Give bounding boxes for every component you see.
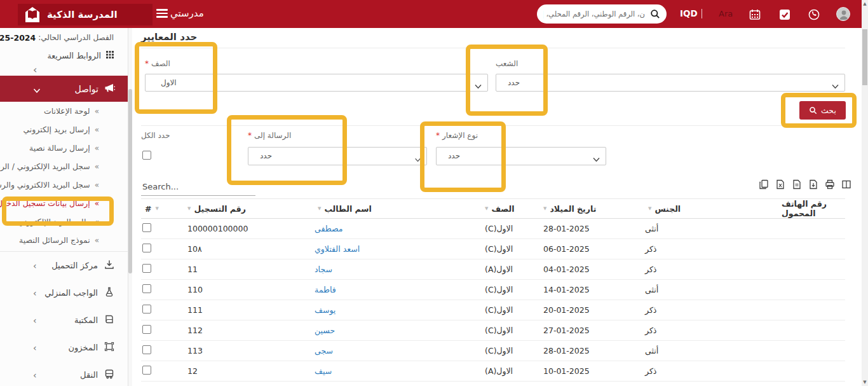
clipped-menu-item[interactable]: ‹ bbox=[0, 62, 128, 76]
search-button[interactable]: بحث bbox=[799, 101, 846, 120]
sidebar-item-homework[interactable]: ‹ الواجب المنزلي bbox=[0, 279, 128, 307]
dob-cell: 04-01-2025 bbox=[541, 259, 643, 280]
row-checkbox[interactable] bbox=[142, 325, 151, 334]
sidebar-item[interactable]: طلب البريد الإلكتروني « bbox=[0, 212, 128, 231]
language-selector[interactable]: Ara bbox=[719, 9, 733, 18]
message-to-select-value: حدد bbox=[260, 151, 272, 160]
sidebar-item[interactable]: إرسال بريد إلكتروني « bbox=[0, 120, 128, 139]
sidebar-item-label: مركز التحميل bbox=[51, 261, 98, 270]
chevron-down-icon bbox=[592, 153, 600, 165]
sidebar-item[interactable]: إرسال رسالة نصية « bbox=[0, 139, 128, 157]
student-name-cell: مصطفى bbox=[313, 219, 483, 239]
table-filter-input[interactable] bbox=[141, 178, 255, 196]
column-visibility-icon[interactable] bbox=[841, 179, 851, 190]
student-name-cell: اسعد الفتلاوي bbox=[313, 239, 483, 259]
global-search-input[interactable] bbox=[543, 4, 645, 24]
vertical-scrollbar: ▲ ▼ bbox=[862, 0, 868, 386]
row-checkbox[interactable] bbox=[142, 305, 151, 314]
double-angle-icon: « bbox=[95, 162, 99, 171]
app-logo[interactable]: المدرسة الذكية bbox=[18, 4, 153, 25]
gender-cell: ذكر bbox=[643, 361, 780, 382]
required-asterisk: * bbox=[436, 131, 440, 140]
grid-icon bbox=[106, 51, 114, 60]
column-header-student-name[interactable]: ▼اسم الطالب bbox=[313, 199, 483, 219]
sort-icon: ▼ bbox=[543, 206, 546, 211]
quick-links[interactable]: الروابط السريعة bbox=[0, 45, 128, 62]
row-checkbox[interactable] bbox=[142, 345, 151, 354]
student-name-link[interactable]: يوسف bbox=[315, 305, 336, 315]
currency-selector[interactable]: IQD bbox=[680, 8, 698, 18]
sidebar-item-download-center[interactable]: ‹ مركز التحميل bbox=[0, 252, 128, 279]
phone-cell bbox=[780, 280, 845, 300]
copy-icon[interactable] bbox=[759, 179, 769, 190]
table-body: 100000100000 مصطفى الاول(C) 28-01-2025 أ… bbox=[141, 219, 845, 382]
sidebar-item[interactable]: إرسال بيانات تسجيل الدخول « bbox=[0, 194, 128, 212]
scroll-up-arrow[interactable]: ▲ bbox=[862, 0, 868, 8]
row-checkbox[interactable] bbox=[142, 264, 151, 273]
phone-cell bbox=[780, 341, 845, 361]
row-checkbox[interactable] bbox=[142, 223, 151, 232]
scroll-down-arrow[interactable]: ▼ bbox=[862, 378, 868, 386]
class-cell: الاول(C) bbox=[483, 219, 541, 239]
sidebar-item[interactable]: سجل البريد الإلكتروني / الرسائل النصية « bbox=[0, 157, 128, 176]
global-search bbox=[537, 4, 667, 24]
export-toolbar bbox=[759, 179, 851, 190]
search-icon[interactable] bbox=[650, 9, 660, 22]
notification-type-select[interactable]: حدد bbox=[436, 147, 606, 165]
print-icon[interactable] bbox=[825, 179, 835, 190]
column-header-index[interactable]: #▼ bbox=[141, 199, 186, 219]
page-app-title: مدرستي bbox=[170, 8, 204, 19]
row-checkbox[interactable] bbox=[142, 366, 151, 375]
column-header-registration[interactable]: ▼رقم التسجيل bbox=[186, 199, 313, 219]
user-avatar[interactable] bbox=[836, 7, 850, 21]
required-asterisk: * bbox=[248, 131, 252, 140]
tasks-check-icon[interactable] bbox=[779, 9, 790, 23]
class-cell: الاول(C) bbox=[483, 341, 541, 361]
sidebar-section-communicate[interactable]: تواصل bbox=[0, 76, 128, 102]
inventory-icon bbox=[104, 341, 114, 354]
sidebar-item[interactable]: لوحة الإعلانات « bbox=[0, 102, 128, 120]
hamburger-menu-icon[interactable] bbox=[156, 9, 168, 19]
sidebar-item[interactable]: سجل البريد الالكتروني والرسائل النصية « bbox=[0, 176, 128, 194]
whatsapp-icon[interactable] bbox=[808, 8, 820, 24]
row-checkbox[interactable] bbox=[142, 244, 151, 252]
book-icon bbox=[104, 314, 114, 326]
column-header-dob[interactable]: ▼تاريخ الميلاد bbox=[541, 199, 643, 219]
student-name-cell: سيف bbox=[313, 361, 483, 382]
double-angle-icon: « bbox=[95, 144, 99, 153]
sidebar-item-library[interactable]: ‹ المكتبة bbox=[0, 307, 128, 334]
student-name-link[interactable]: اسعد الفتلاوي bbox=[315, 244, 360, 254]
student-name-link[interactable]: مصطفى bbox=[315, 224, 343, 233]
sidebar-item-transport[interactable]: ‹ النقل bbox=[0, 361, 128, 386]
divider bbox=[702, 9, 702, 18]
phone-cell bbox=[780, 259, 845, 280]
student-name-link[interactable]: فاطمة bbox=[315, 285, 336, 294]
csv-export-icon[interactable] bbox=[792, 179, 802, 190]
semester-value: 25-2024 bbox=[0, 33, 36, 45]
dob-cell: 14-01-2025 bbox=[541, 280, 643, 300]
phone-cell bbox=[780, 219, 845, 239]
excel-export-icon[interactable] bbox=[775, 179, 785, 190]
message-to-select[interactable]: حدد bbox=[248, 147, 427, 165]
chevron-left-icon: ‹ bbox=[33, 370, 37, 380]
chevron-left-icon: ‹ bbox=[33, 315, 37, 326]
gender-cell: ذكر bbox=[643, 300, 780, 321]
select-all-checkbox[interactable] bbox=[142, 151, 151, 160]
scrollbar-thumb[interactable] bbox=[862, 29, 867, 85]
sections-select[interactable]: حدد bbox=[496, 74, 845, 92]
column-header-class[interactable]: ▼الصف bbox=[483, 199, 541, 219]
column-header-gender[interactable]: ▼الجنس bbox=[643, 199, 780, 219]
student-name-link[interactable]: سيف bbox=[315, 366, 332, 376]
sidebar-item[interactable]: نموذج الرسائل النصية « bbox=[0, 231, 128, 249]
student-name-link[interactable]: سجى bbox=[315, 346, 333, 355]
class-select[interactable]: الاول bbox=[145, 74, 488, 92]
row-checkbox[interactable] bbox=[142, 284, 151, 293]
main-content: حدد المعايير * الصف الاول الشعب حدد بحث … bbox=[132, 28, 862, 386]
sidebar-item-inventory[interactable]: ‹ المخزون bbox=[0, 334, 128, 361]
sidebar-item-label: إرسال بيانات تسجيل الدخول bbox=[0, 198, 90, 208]
pdf-export-icon[interactable] bbox=[808, 179, 818, 190]
student-name-link[interactable]: سجاد bbox=[315, 265, 332, 274]
student-name-link[interactable]: حسين bbox=[315, 326, 335, 335]
calendar-icon[interactable] bbox=[749, 8, 761, 24]
student-name-cell: سجى bbox=[313, 341, 483, 361]
